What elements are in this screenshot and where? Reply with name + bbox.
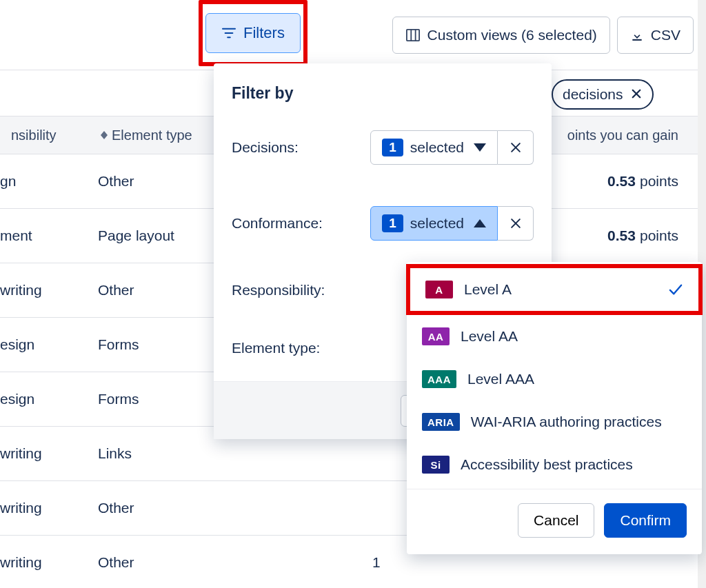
dropdown-options: A Level A AA Level AA AAA Level AAA ARIA… <box>407 262 702 489</box>
option-label: WAI-ARIA authoring practices <box>471 414 662 430</box>
conformance-dropdown: A Level A AA Level AA AAA Level AAA ARIA… <box>407 262 702 554</box>
decisions-select[interactable]: 1 selected <box>370 130 498 165</box>
option-label: Accessibility best practices <box>461 456 633 473</box>
col-element-type[interactable]: Element type <box>90 128 214 143</box>
svg-marker-11 <box>474 143 486 152</box>
dropdown-confirm-button[interactable]: Confirm <box>604 503 687 538</box>
filter-row-decisions: Decisions: 1 selected <box>214 118 552 194</box>
badge-si: Si <box>422 456 450 474</box>
badge-aria: ARIA <box>422 413 460 431</box>
close-icon[interactable] <box>630 85 643 104</box>
custom-views-label: Custom views (6 selected) <box>427 27 597 43</box>
svg-rect-3 <box>406 29 418 40</box>
filter-label-conformance: Conformance: <box>232 215 323 232</box>
download-icon <box>630 28 644 42</box>
conformance-clear-button[interactable] <box>498 206 534 241</box>
dropdown-option-best-practices[interactable]: Si Accessibility best practices <box>407 443 702 486</box>
option-label: Level A <box>464 281 512 298</box>
chevron-down-icon <box>474 143 486 152</box>
filter-label-element-type: Element type: <box>232 340 320 356</box>
col-responsibility[interactable]: nsibility <box>0 128 90 143</box>
dropdown-cancel-button[interactable]: Cancel <box>518 503 594 538</box>
badge-a: A <box>425 281 453 298</box>
columns-icon <box>405 28 421 42</box>
svg-marker-14 <box>474 219 486 227</box>
active-filter-chips: decisions <box>552 79 654 110</box>
option-label: Level AAA <box>467 371 534 387</box>
filter-label-decisions: Decisions: <box>232 139 299 156</box>
sort-icon <box>101 131 108 139</box>
filters-highlight-box: Filters <box>199 0 307 66</box>
filter-icon <box>221 27 236 39</box>
custom-views-button[interactable]: Custom views (6 selected) <box>392 17 610 54</box>
option-label: Level AA <box>461 328 518 345</box>
filters-label: Filters <box>243 24 285 42</box>
filter-chip-decisions[interactable]: decisions <box>552 79 654 110</box>
decisions-clear-button[interactable] <box>498 130 534 165</box>
csv-button[interactable]: CSV <box>617 17 694 54</box>
dropdown-footer: Cancel Confirm <box>407 489 702 554</box>
dropdown-option-level-aa[interactable]: AA Level AA <box>407 315 702 358</box>
check-icon <box>668 283 683 296</box>
top-toolbar: Filters Custom views (6 selected) CSV <box>0 0 706 70</box>
selected-count-badge: 1 <box>382 139 403 156</box>
conformance-select[interactable]: 1 selected <box>370 206 498 241</box>
csv-label: CSV <box>651 27 680 43</box>
svg-marker-10 <box>101 135 108 139</box>
badge-aa: AA <box>422 327 450 345</box>
filter-row-conformance: Conformance: 1 selected <box>214 194 552 270</box>
popover-title: Filter by <box>214 63 552 118</box>
dropdown-option-level-aaa[interactable]: AAA Level AAA <box>407 358 702 401</box>
filters-button[interactable]: Filters <box>205 13 301 53</box>
selected-count-badge: 1 <box>382 214 403 232</box>
badge-aaa: AAA <box>422 370 456 388</box>
svg-rect-6 <box>632 39 641 40</box>
chip-label: decisions <box>563 86 623 103</box>
chevron-up-icon <box>474 219 486 227</box>
filter-label-responsibility: Responsibility: <box>232 282 325 298</box>
dropdown-option-level-a[interactable]: A Level A <box>406 264 703 315</box>
dropdown-option-wai-aria[interactable]: ARIA WAI-ARIA authoring practices <box>407 401 702 443</box>
